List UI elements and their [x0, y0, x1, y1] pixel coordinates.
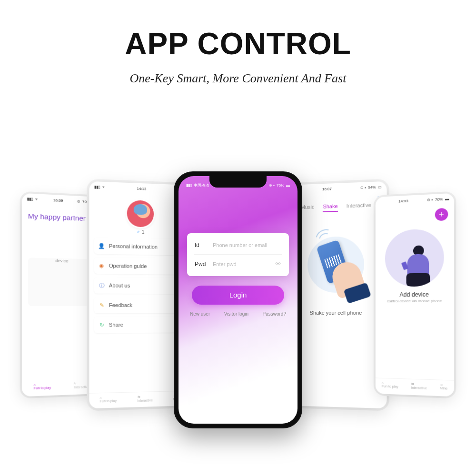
new-user-link[interactable]: New user [190, 311, 210, 317]
share-icon: ↻ [98, 321, 105, 328]
phone-frame: ▮▮▯中国移动 ⊙ ▪70%▬ Id Phone number or email… [174, 171, 302, 428]
add-device-subtitle: control device via mobile phone [376, 299, 454, 304]
bottom-nav: ⌂Fun to play ⇆Interactive ☺Mine [376, 377, 454, 394]
visitor-login-link[interactable]: Visitor login [224, 311, 249, 317]
compass-icon: ◉ [98, 262, 105, 269]
nav-interactive[interactable]: ⇆Interactive [411, 382, 426, 390]
device-card-label: device [28, 258, 95, 264]
partner-header: My happy partner [22, 204, 100, 227]
tab-shake[interactable]: Shake [323, 203, 337, 212]
nav-interactive[interactable]: ⇆Interactive [138, 395, 153, 402]
device-card[interactable]: device [28, 258, 95, 306]
page-title: APP CONTROL [0, 26, 476, 61]
person-icon: 👤 [98, 242, 105, 249]
nav-fun[interactable]: ⌂Fun to play [382, 381, 398, 389]
wifi-icon: ᯤ [102, 185, 106, 189]
add-device-illustration [385, 228, 444, 287]
eye-icon[interactable]: 👁 [275, 260, 281, 268]
menu-operation-guide[interactable]: ◉Operation guide [94, 257, 186, 275]
forgot-password-link[interactable]: Password? [263, 311, 286, 317]
add-device-button[interactable]: + [435, 208, 448, 221]
status-time: 16:07 [322, 187, 332, 191]
avatar[interactable] [127, 200, 154, 228]
page-subtitle: One-Key Smart, More Convenient And Fast [0, 71, 476, 86]
pwd-label: Pwd [195, 261, 208, 268]
status-battery: 70% [277, 183, 284, 188]
tab-interactive[interactable]: Interactive [347, 202, 371, 212]
status-battery: 54% [368, 185, 376, 189]
id-field[interactable]: Id Phone number or email [194, 236, 282, 255]
carrier-label: 中国移动 [194, 183, 209, 188]
wifi-icon: ᯤ [35, 197, 39, 202]
status-time: 14:13 [137, 186, 146, 191]
info-icon: ⓘ [98, 282, 105, 288]
login-card: Id Phone number or email Pwd Enter pwd 👁 [187, 233, 289, 276]
status-time: 16:09 [53, 198, 63, 203]
menu-personal-info[interactable]: 👤Personal information [94, 238, 186, 256]
id-placeholder: Phone number or email [213, 242, 281, 248]
phone-notch [209, 176, 267, 188]
add-device-title: Add device [376, 291, 454, 298]
signal-icon: ▮▮▯ [186, 183, 192, 188]
id-label: Id [195, 242, 208, 248]
pwd-field[interactable]: Pwd Enter pwd 👁 [194, 255, 282, 273]
menu-about-us[interactable]: ⓘAbout us [94, 277, 186, 294]
screen-add-device: 14:03 ⊙ ▪70%▬ + Add device control devic… [376, 193, 454, 397]
tab-music[interactable]: Music [301, 204, 314, 213]
nav-interactive[interactable]: ⇆Interactive [74, 381, 89, 389]
signal-icon: ▮▮▯ [27, 197, 33, 201]
edit-icon: ✎ [98, 302, 105, 308]
shake-illustration [300, 228, 372, 300]
nav-mine[interactable]: ☺Mine [440, 383, 447, 391]
screen-login: ▮▮▯中国移动 ⊙ ▪70%▬ Id Phone number or email… [178, 176, 298, 424]
login-button[interactable]: Login [192, 286, 284, 305]
signal-icon: ▮▮▯ [94, 185, 100, 189]
status-time: 14:03 [398, 198, 408, 203]
menu-share[interactable]: ↻Share [94, 317, 186, 333]
menu-feedback[interactable]: ✎Feedback [94, 297, 186, 313]
screen-partner: ▮▮▯ᯤ 16:09 ⊙70%▬ My happy partner device… [22, 193, 100, 397]
nav-fun[interactable]: ⌂Fun to play [34, 383, 51, 390]
status-bar: 14:03 ⊙ ▪70%▬ [376, 193, 454, 208]
bottom-nav: ⌂Fun to play ⇆Interactive [22, 378, 100, 394]
login-links: New user Visitor login Password? [190, 311, 286, 317]
pwd-placeholder: Enter pwd [213, 261, 270, 267]
phone-stage: ▮▮▯ᯤ 16:09 ⊙70%▬ My happy partner device… [0, 176, 476, 443]
plus-icon: + [439, 209, 444, 219]
nav-fun[interactable]: ⌂Fun to play [100, 396, 117, 403]
status-battery: 70% [435, 197, 443, 201]
